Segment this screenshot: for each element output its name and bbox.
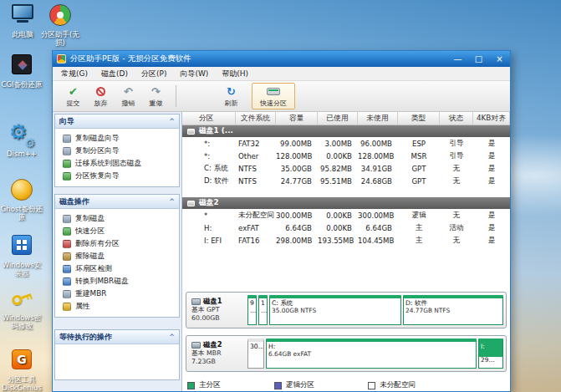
sidebar-item-copy-disk[interactable]: 复制磁盘 <box>55 212 179 225</box>
partition-segment-msr[interactable]: 1 … <box>258 295 268 325</box>
disk-icon <box>187 201 195 206</box>
column-partition[interactable]: 分区 <box>182 112 236 125</box>
diskgenius-icon: G <box>9 349 34 374</box>
this-pc-icon <box>10 4 35 29</box>
cell-used: 95.51MB <box>318 177 358 186</box>
legend-unallocated: 未分配空间 <box>368 380 416 390</box>
sidebar: 向导 复制磁盘向导 复制分区向导 <box>53 112 182 391</box>
redo-button[interactable]: 重做 <box>142 85 170 108</box>
unallocated-space-swatch <box>368 382 375 389</box>
sidebar-item-partition-recovery[interactable]: 分区恢复向导 <box>55 170 179 182</box>
section-header-pending-operations[interactable]: 等待执行的操作 <box>55 330 179 344</box>
disk2-group-row[interactable]: 磁盘2 <box>182 197 510 209</box>
sidebar-item-convert-to-mbr[interactable]: 转换到MBR磁盘 <box>55 275 179 288</box>
refresh-button[interactable]: 刷新 <box>217 85 245 108</box>
column-type[interactable]: 类型 <box>398 112 440 125</box>
cell-unused: 96.00MB <box>358 140 398 148</box>
desktop-icon-windows-password[interactable]: Windows密码修改 <box>0 286 43 331</box>
commit-button[interactable]: 提交 <box>59 85 87 108</box>
menu-partition[interactable]: 分区(P) <box>135 67 173 80</box>
table-row[interactable]: * 未分配空间 300.00MB 0.00KB 300.00MB 逻辑 无 是 <box>182 209 510 221</box>
cell-capacity: 300.00MB <box>276 211 318 220</box>
desktop-icon-windows-installer[interactable]: Windows安装器 <box>0 232 43 278</box>
sidebar-item-rebuild-mbr[interactable]: 重建MBR <box>55 288 179 300</box>
discard-button[interactable]: 放弃 <box>87 85 115 108</box>
toolbar-separator <box>176 85 176 107</box>
sidebar-item-wipe-disk[interactable]: 擦除磁盘 <box>55 250 179 262</box>
partition-segment-d[interactable]: D: 软件 24.77GB NTFS <box>403 295 503 325</box>
table-row[interactable]: C: 系统 NTFS 35.00GB 95.82MB 34.91GB GPT 无… <box>182 162 510 175</box>
column-capacity[interactable]: 容量 <box>276 112 318 125</box>
sidebar-item-properties[interactable]: 属性 <box>55 300 179 313</box>
unallocated-segment[interactable]: 30… <box>247 339 264 369</box>
column-used[interactable]: 已使用 <box>318 112 358 125</box>
icon-label: 分区助手(无损) <box>38 31 82 48</box>
cell-aligned: 是 <box>473 164 510 174</box>
section-header-wizards[interactable]: 向导 <box>55 115 179 129</box>
menu-wizard[interactable]: 向导(W) <box>173 67 215 80</box>
cell-unused: 24.68GB <box>358 177 398 186</box>
sidebar-item-bad-sector-test[interactable]: 坏扇区检测 <box>55 262 179 275</box>
legend-logical: 逻辑分区 <box>274 380 314 390</box>
maximize-button[interactable]: □ <box>468 51 489 67</box>
table-row[interactable]: I: EFI FAT16 298.00MB 193.55MB 104.45MB … <box>182 234 510 247</box>
menu-help[interactable]: 帮助(H) <box>215 67 255 80</box>
table-row[interactable]: D: 软件 NTFS 24.77GB 95.51MB 24.68GB GPT 无… <box>182 175 510 187</box>
cell-partition: *: <box>182 140 236 148</box>
desktop-icon-diskgenius[interactable]: G 分区工具DiskGenius <box>0 347 43 392</box>
disk2-scheme: 基本 MBR <box>191 349 247 358</box>
partition-segment-i[interactable]: I: 29… <box>478 339 503 369</box>
disk1-group-row[interactable]: 磁盘1 (... <box>182 125 510 137</box>
column-status[interactable]: 状态 <box>440 112 473 125</box>
quick-partition-button[interactable]: 快速分区 <box>252 83 295 109</box>
app-icon <box>57 54 66 64</box>
desktop-icon-ghost-backup[interactable]: Ghost备份还原 <box>0 177 43 222</box>
column-filesystem[interactable]: 文件系统 <box>236 112 276 125</box>
quick-partition-icon <box>267 85 280 98</box>
undo-button[interactable]: 撤销 <box>115 85 142 108</box>
key-icon <box>9 288 34 313</box>
column-4k-aligned[interactable]: 4KB对齐 <box>473 112 510 125</box>
minimize-button[interactable]: — <box>447 51 468 67</box>
cell-filesystem: NTFS <box>236 165 276 173</box>
menu-disk[interactable]: 磁盘(D) <box>94 67 135 80</box>
disk1-info[interactable]: 磁盘1 基本 GPT 60.00GB <box>189 297 247 323</box>
desktop-icon-dism[interactable]: ⚙⚙ Dism++ <box>0 124 43 159</box>
section-pending-operations: 等待执行的操作 <box>54 329 180 380</box>
partition-segment-esp[interactable]: 9 … <box>247 295 257 325</box>
sidebar-item-quick-partition[interactable]: 快速分区 <box>55 225 179 237</box>
table-row[interactable]: *: Other 128.00MB 0.00KB 128.00MB MSR 引导… <box>182 150 510 162</box>
cell-filesystem: exFAT <box>236 224 276 232</box>
cell-status: 无 <box>440 236 473 246</box>
table-row[interactable]: H: exFAT 6.64GB 0.00KB 6.64GB 主 活动 是 <box>182 221 510 234</box>
undo-icon <box>124 85 133 98</box>
menu-general[interactable]: 常规(G) <box>54 67 94 80</box>
desktop-icon-partition-assistant[interactable]: 分区助手(无损) <box>38 3 82 48</box>
cell-status: 无 <box>440 164 473 174</box>
title-bar[interactable]: 分区助手PE版 - 无损分区免费软件 — □ × <box>53 51 510 67</box>
copy-disk-wizard-icon <box>63 135 71 143</box>
desktop-icon-cgi-backup[interactable]: CGI备份还原 <box>0 52 43 89</box>
sidebar-item-migrate-os[interactable]: 迁移系统到固态磁盘 <box>55 157 179 170</box>
section-header-disk-operations[interactable]: 磁盘操作 <box>55 195 179 209</box>
quick-partition-icon <box>63 227 71 236</box>
cell-aligned: 是 <box>473 151 510 161</box>
collapse-chevron-icon[interactable] <box>169 333 175 341</box>
cell-type: GPT <box>398 165 440 173</box>
close-button[interactable]: × <box>489 51 510 67</box>
windows-installer-icon <box>9 235 34 260</box>
partition-segment-c[interactable]: C: 系统 35.00GB NTFS <box>269 295 401 325</box>
sidebar-item-copy-disk-wizard[interactable]: 复制磁盘向导 <box>55 132 179 145</box>
sidebar-item-delete-all-partitions[interactable]: 删除所有分区 <box>55 237 179 250</box>
sidebar-item-copy-partition-wizard[interactable]: 复制分区向导 <box>55 145 179 157</box>
disk-icon <box>187 129 195 135</box>
collapse-chevron-icon[interactable] <box>169 118 175 125</box>
disk2-info[interactable]: 磁盘2 基本 MBR 7.23GB <box>189 340 247 366</box>
column-unused[interactable]: 未使用 <box>358 112 398 125</box>
cell-aligned: 是 <box>473 139 510 149</box>
collapse-chevron-icon[interactable] <box>169 198 175 206</box>
cell-filesystem: 未分配空间 <box>236 211 276 221</box>
table-row[interactable]: *: FAT32 99.00MB 3.00MB 96.00MB ESP 引导 是 <box>182 137 510 150</box>
rebuild-mbr-icon <box>63 290 71 298</box>
partition-segment-h[interactable]: H: 6.64GB exFAT <box>266 339 477 369</box>
